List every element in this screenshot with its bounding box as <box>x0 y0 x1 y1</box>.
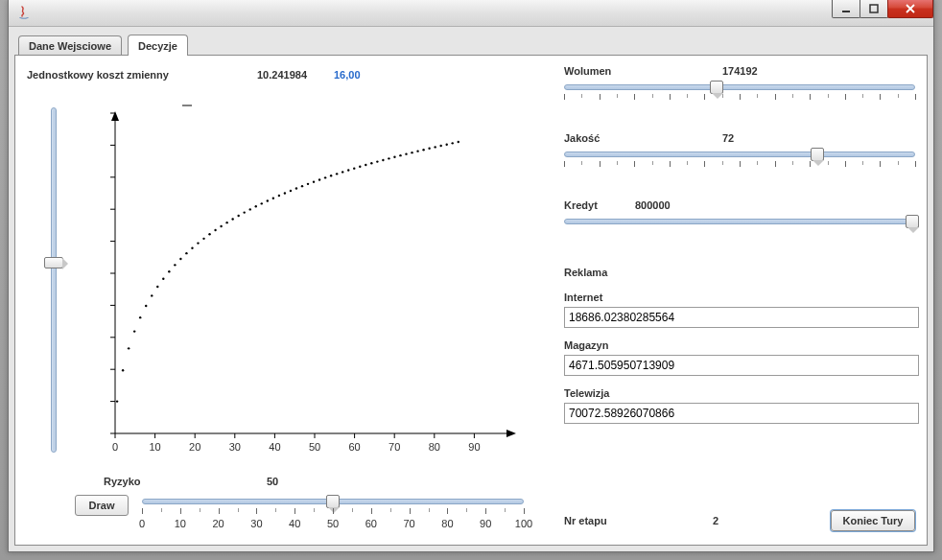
app-window: Dane Wejsciowe Decyzje Jednostkowy koszt… <box>8 0 934 552</box>
vslider-track <box>51 107 57 453</box>
svg-point-85 <box>388 157 389 159</box>
slider-tick-label: 10 <box>175 518 186 529</box>
slider-thumb[interactable] <box>811 148 824 161</box>
slider-tick-label: 60 <box>365 518 377 529</box>
svg-point-94 <box>439 145 441 147</box>
wolumen-label: Wolumen <box>564 65 722 77</box>
slider-thumb[interactable] <box>906 215 919 228</box>
svg-point-69 <box>295 187 297 189</box>
draw-button[interactable]: Draw <box>75 495 129 516</box>
slider-tick-label: 90 <box>480 518 491 529</box>
svg-point-62 <box>255 205 257 207</box>
svg-point-73 <box>318 178 320 180</box>
ryzyko-slider[interactable]: 0102030405060708090100 <box>142 491 524 537</box>
jakosc-slider[interactable] <box>564 150 915 182</box>
svg-point-49 <box>179 258 181 260</box>
svg-text:20: 20 <box>189 441 200 453</box>
chart-area: 0102030405060708090 <box>77 98 524 462</box>
svg-point-48 <box>174 264 176 266</box>
svg-point-50 <box>185 252 187 254</box>
svg-point-63 <box>261 202 263 204</box>
slider-thumb[interactable] <box>710 81 723 94</box>
svg-point-75 <box>330 175 332 176</box>
svg-rect-0 <box>842 11 850 12</box>
svg-point-42 <box>139 316 141 318</box>
slider-tick-label: 70 <box>403 518 414 529</box>
minimize-button[interactable] <box>832 0 860 18</box>
tab-decisions[interactable]: Decyzje <box>128 35 188 56</box>
tab-label: Dane Wejsciowe <box>29 40 111 52</box>
ryzyko-value: 50 <box>267 476 278 487</box>
svg-point-82 <box>370 162 372 164</box>
internet-label: Internet <box>564 292 915 303</box>
tab-data-input[interactable]: Dane Wejsciowe <box>18 35 122 56</box>
slider-track <box>564 219 915 224</box>
slider-tick-label: 30 <box>250 518 262 529</box>
magazyn-group: Magazyn <box>564 339 915 376</box>
svg-point-97 <box>458 141 459 143</box>
svg-point-71 <box>307 183 309 185</box>
reklama-heading: Reklama <box>564 267 915 278</box>
svg-point-65 <box>272 197 274 198</box>
vertical-slider[interactable] <box>27 98 77 462</box>
stage-value: 2 <box>713 515 718 526</box>
close-button[interactable] <box>887 0 933 18</box>
svg-text:80: 80 <box>429 441 440 453</box>
svg-point-89 <box>411 152 412 153</box>
jakosc-value: 72 <box>722 132 734 144</box>
svg-point-39 <box>122 369 124 371</box>
wolumen-row: Wolumen 174192 <box>564 65 915 77</box>
vslider-thumb[interactable] <box>44 257 63 268</box>
svg-point-61 <box>249 208 251 210</box>
svg-point-92 <box>428 148 430 150</box>
svg-marker-6 <box>506 430 516 437</box>
maximize-button[interactable] <box>860 0 888 18</box>
slider-tick-label: 50 <box>327 518 339 529</box>
svg-point-84 <box>382 159 384 161</box>
end-turn-button[interactable]: Koniec Tury <box>831 510 915 531</box>
svg-point-55 <box>214 229 216 231</box>
end-turn-label: Koniec Tury <box>843 515 904 526</box>
telewizja-input[interactable] <box>564 403 919 424</box>
svg-text:10: 10 <box>149 441 160 453</box>
internet-input[interactable] <box>564 307 919 328</box>
svg-text:0: 0 <box>112 441 118 453</box>
titlebar[interactable] <box>9 0 933 27</box>
svg-point-44 <box>151 294 153 296</box>
svg-point-41 <box>133 330 135 332</box>
tab-label: Decyzje <box>138 40 177 52</box>
wolumen-value: 174192 <box>722 65 758 77</box>
svg-point-96 <box>452 142 454 144</box>
svg-point-40 <box>128 347 130 349</box>
svg-point-59 <box>237 215 239 217</box>
unit-cost-row: Jednostkowy koszt zmienny 10.241984 16,0… <box>27 65 524 84</box>
svg-point-52 <box>197 242 199 244</box>
slider-tick-label: 100 <box>515 518 532 529</box>
ryzyko-row: Ryzyko 50 <box>75 476 524 487</box>
slider-thumb[interactable] <box>326 495 340 508</box>
magazyn-input[interactable] <box>564 355 919 376</box>
telewizja-group: Telewizja <box>564 387 915 424</box>
magazyn-label: Magazyn <box>564 339 915 351</box>
svg-point-60 <box>244 211 246 213</box>
left-column: Jednostkowy koszt zmienny 10.241984 16,0… <box>27 65 524 533</box>
kredyt-label: Kredyt <box>564 199 635 211</box>
svg-point-51 <box>191 247 193 249</box>
svg-point-47 <box>168 270 170 272</box>
svg-point-70 <box>301 185 303 187</box>
kredyt-slider[interactable] <box>564 217 915 249</box>
svg-point-88 <box>405 152 407 154</box>
svg-point-38 <box>116 400 118 402</box>
stage-row: Nr etapu 2 Koniec Tury <box>564 508 915 533</box>
draw-button-label: Draw <box>89 500 115 511</box>
svg-point-77 <box>341 171 343 173</box>
svg-point-72 <box>313 180 315 182</box>
internet-group: Internet <box>564 292 915 328</box>
slider-tick-label: 20 <box>212 518 224 529</box>
svg-point-74 <box>324 176 326 178</box>
unit-cost-value2: 16,00 <box>334 69 361 81</box>
svg-point-45 <box>156 286 158 288</box>
wolumen-slider[interactable] <box>564 82 915 115</box>
stage-label: Nr etapu <box>564 515 713 526</box>
svg-point-80 <box>359 166 361 168</box>
